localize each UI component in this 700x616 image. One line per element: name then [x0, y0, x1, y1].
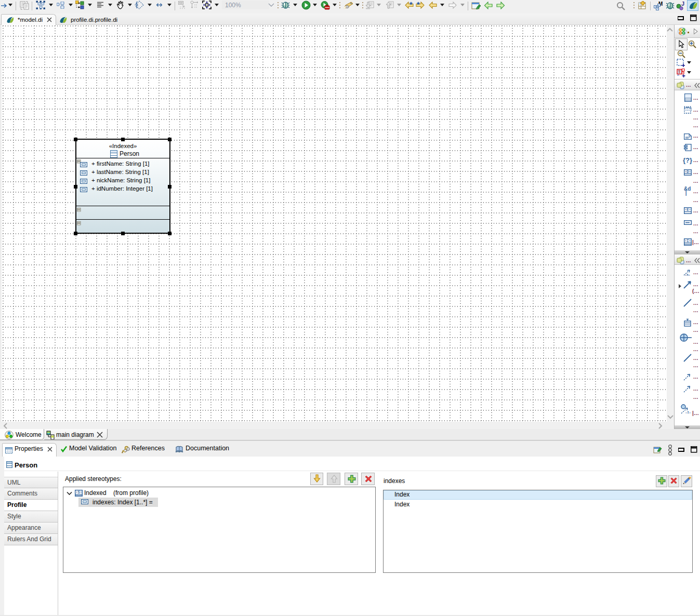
svg-text:‹I›: ‹I›: [685, 239, 691, 243]
svg-text:‹E›: ‹E›: [685, 208, 691, 212]
svg-text:‹D›: ‹D›: [685, 170, 691, 174]
svg-text:J: J: [681, 1, 684, 7]
svg-text:‹S›: ‹S›: [76, 491, 82, 494]
svg-text:‹I›: ‹I›: [685, 411, 691, 414]
svg-text:‹A›: ‹A›: [685, 273, 691, 276]
